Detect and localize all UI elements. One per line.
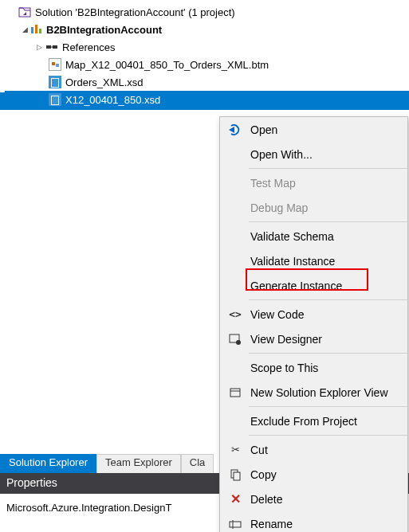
- file-map[interactable]: Map_X12_00401_850_To_Orders_XML.btm: [5, 56, 409, 73]
- tab-team-explorer[interactable]: Team Explorer: [96, 454, 181, 473]
- svg-rect-1: [31, 27, 33, 33]
- expander-icon[interactable]: [19, 24, 30, 35]
- context-menu: Open Open With... Test Map Debug Map Val…: [219, 116, 408, 532]
- svg-rect-0: [19, 8, 30, 17]
- file-orders-xsd[interactable]: Orders_XML.xsd: [5, 73, 409, 91]
- separator: [249, 353, 407, 354]
- cm-validate-instance[interactable]: Validate Instance: [220, 248, 407, 273]
- delete-icon: ✕: [226, 491, 244, 508]
- references-icon: [45, 40, 59, 54]
- rename-icon: [226, 515, 244, 533]
- cm-exclude[interactable]: Exclude From Project: [220, 409, 407, 433]
- expander-icon[interactable]: [6, 6, 18, 18]
- cm-test-map: Test Map: [220, 170, 407, 195]
- cm-view-designer[interactable]: View Designer: [220, 327, 407, 351]
- separator: [249, 406, 407, 407]
- references-label: References: [62, 41, 115, 53]
- tab-solution-explorer[interactable]: Solution Explorer: [0, 454, 96, 473]
- cm-delete[interactable]: ✕ Delete: [220, 487, 407, 511]
- designer-icon: [226, 331, 244, 348]
- separator: [249, 435, 407, 436]
- solution-node[interactable]: Solution 'B2BIntegrationAccount' (1 proj…: [5, 3, 409, 21]
- separator: [249, 221, 407, 222]
- cm-rename[interactable]: Rename: [220, 511, 407, 532]
- svg-rect-3: [39, 29, 41, 33]
- svg-rect-12: [234, 472, 240, 480]
- cm-copy[interactable]: Copy: [220, 462, 407, 487]
- cm-open[interactable]: Open: [220, 117, 407, 142]
- svg-rect-13: [230, 522, 241, 527]
- cm-generate-instance[interactable]: Generate Instance: [220, 273, 407, 298]
- solution-icon: [18, 5, 32, 19]
- references-node[interactable]: References: [5, 38, 409, 56]
- open-icon: [226, 121, 244, 139]
- cm-new-sln-explorer-view[interactable]: New Solution Explorer View: [220, 380, 407, 405]
- solution-explorer-tree: Solution 'B2BIntegrationAccount' (1 proj…: [0, 0, 409, 108]
- cm-view-code[interactable]: <> View Code: [220, 302, 407, 327]
- cm-scope[interactable]: Scope to This: [220, 355, 407, 380]
- tab-class-view[interactable]: Cla: [181, 454, 214, 473]
- expander-icon[interactable]: [33, 41, 45, 53]
- svg-point-8: [236, 340, 241, 345]
- window-icon: [226, 384, 244, 401]
- svg-rect-2: [35, 25, 37, 33]
- xsd-file-icon: [48, 92, 62, 107]
- separator: [249, 299, 407, 300]
- project-icon: [30, 24, 43, 35]
- cm-validate-schema[interactable]: Validate Schema: [220, 224, 407, 248]
- file-label: Orders_XML.xsd: [65, 76, 144, 88]
- cm-open-with[interactable]: Open With...: [220, 142, 407, 166]
- svg-rect-6: [50, 47, 53, 48]
- file-x12-xsd[interactable]: X12_00401_850.xsd: [5, 91, 409, 108]
- file-label: Map_X12_00401_850_To_Orders_XML.btm: [65, 59, 269, 71]
- cut-icon: ✂: [226, 441, 244, 459]
- file-label: X12_00401_850.xsd: [65, 94, 160, 106]
- separator: [249, 168, 407, 169]
- project-label: B2BIntegrationAccount: [46, 24, 162, 36]
- project-node[interactable]: B2BIntegrationAccount: [5, 21, 409, 38]
- map-file-icon: [48, 57, 62, 72]
- cm-debug-map: Debug Map: [220, 195, 407, 220]
- copy-icon: [226, 466, 244, 483]
- cm-cut[interactable]: ✂ Cut: [220, 437, 407, 462]
- solution-label: Solution 'B2BIntegrationAccount' (1 proj…: [35, 6, 235, 18]
- svg-rect-9: [230, 389, 240, 397]
- code-icon: <>: [226, 306, 244, 323]
- xsd-file-icon: [48, 75, 62, 89]
